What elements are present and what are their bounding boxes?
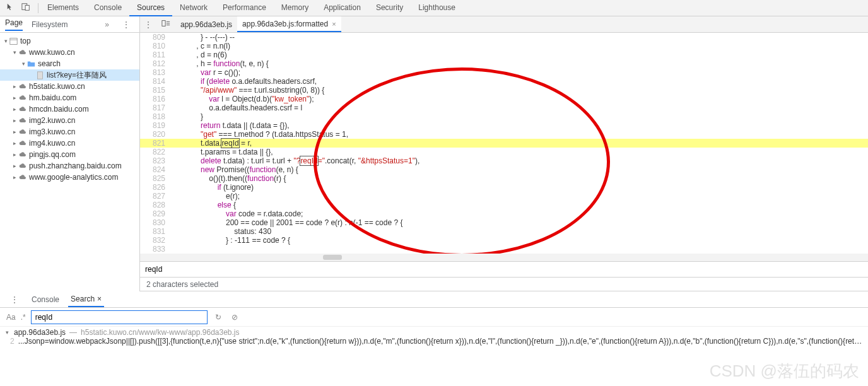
tree-item[interactable]: ▾top — [0, 35, 139, 47]
line-number[interactable]: 831 — [140, 227, 172, 236]
chevron-right-icon[interactable]: ▸ — [11, 151, 18, 158]
line-number[interactable]: 823 — [140, 156, 172, 165]
tab-console[interactable]: Console — [86, 0, 129, 16]
line-number[interactable]: 814 — [140, 77, 172, 86]
code-line[interactable]: } - --(---) -- — [172, 33, 868, 42]
line-number[interactable]: 815 — [140, 86, 172, 95]
tree-item[interactable]: ▸hm.baidu.com — [0, 92, 139, 103]
line-number[interactable]: 833 — [140, 245, 172, 254]
line-number[interactable]: 809 — [140, 33, 172, 42]
chevron-down-icon[interactable]: ▾ — [20, 61, 26, 67]
tree-item[interactable]: ▸hmcdn.baidu.com — [0, 103, 139, 115]
code-line[interactable]: delete t.data) : t.url = t.url + "?reqId… — [172, 156, 868, 165]
code-line[interactable]: 200 == code || 2001 == code ? e(r) : n(-… — [172, 218, 868, 227]
tab-network[interactable]: Network — [172, 0, 215, 16]
nav-history-icon[interactable] — [156, 19, 175, 30]
inspect-icon[interactable] — [6, 3, 15, 13]
search-result-line[interactable]: 2 ...Jsonp=window.webpackJsonp||[]).push… — [4, 337, 864, 346]
chevron-down-icon[interactable]: ▾ — [3, 38, 9, 44]
line-number[interactable]: 829 — [140, 209, 172, 218]
chevron-right-icon[interactable]: ▸ — [11, 95, 18, 101]
refresh-icon[interactable]: ↻ — [213, 312, 224, 323]
line-number[interactable]: 832 — [140, 236, 172, 245]
line-number[interactable]: 830 — [140, 218, 172, 227]
code-line[interactable]: t.data.reqId = r, — [172, 139, 868, 148]
tree-item[interactable]: ▸h5static.kuwo.cn — [0, 81, 139, 92]
code-line[interactable]: var code = r.data.code; — [172, 209, 868, 218]
tree-item[interactable]: ▸img4.kuwo.cn — [0, 137, 139, 149]
line-number[interactable]: 816 — [140, 95, 172, 103]
tree-item[interactable]: list?key=往事随风 — [0, 69, 139, 81]
line-number[interactable]: 817 — [140, 103, 172, 112]
search-result-file[interactable]: ▾ app.96da3eb.js — h5static.kuwo.cn/www/… — [4, 328, 864, 337]
line-number[interactable]: 828 — [140, 201, 172, 209]
code-line[interactable]: new Promise((function(e, n) { — [172, 165, 868, 174]
find-input[interactable] — [145, 265, 863, 274]
code-line[interactable]: if (delete o.a.defaults.headers.csrf, — [172, 77, 868, 86]
code-line[interactable]: status: 430 — [172, 227, 868, 236]
tab-application[interactable]: Application — [316, 0, 368, 16]
chevron-right-icon[interactable]: ▸ — [11, 163, 18, 169]
close-icon[interactable]: × — [97, 295, 102, 303]
chevron-right-icon[interactable]: ▸ — [11, 174, 18, 180]
line-number[interactable]: 826 — [140, 183, 172, 192]
line-number[interactable]: 818 — [140, 112, 172, 121]
tree-item[interactable]: ▾search — [0, 58, 139, 69]
line-number[interactable]: 812 — [140, 59, 172, 68]
code-line[interactable]: t.params = t.data || {}, — [172, 148, 868, 156]
tab-elements[interactable]: Elements — [40, 0, 86, 16]
tab-sources[interactable]: Sources — [129, 0, 172, 16]
tab-memory[interactable]: Memory — [274, 0, 316, 16]
tree-item[interactable]: ▸www.google-analytics.com — [0, 172, 139, 183]
filesystem-tab[interactable]: Filesystem — [32, 20, 67, 29]
chevron-right-icon[interactable]: ▸ — [11, 106, 18, 112]
close-icon[interactable]: × — [332, 20, 336, 28]
tree-item[interactable]: ▸img2.kuwo.cn — [0, 115, 139, 126]
chevron-down-icon[interactable]: ▾ — [11, 49, 18, 56]
tab-performance[interactable]: Performance — [215, 0, 274, 16]
file-tree[interactable]: ▾top▾www.kuwo.cn▾searchlist?key=往事随风▸h5s… — [0, 33, 139, 291]
code-line[interactable]: var r = c()(); — [172, 68, 868, 77]
tree-item[interactable]: ▸img3.kuwo.cn — [0, 126, 139, 137]
line-number[interactable]: 822 — [140, 148, 172, 156]
match-case-toggle[interactable]: Aa — [6, 313, 16, 322]
chevron-right-icon[interactable]: ▸ — [11, 117, 18, 124]
code-line[interactable]: var l = Object(d.b)("kw_token"); — [172, 95, 868, 103]
chevron-right-icon[interactable]: ▸ — [11, 129, 18, 135]
chevron-right-icon[interactable]: ▸ — [11, 83, 18, 90]
navigator-overflow-icon[interactable]: ⋮ — [118, 20, 134, 30]
drawer-overflow-icon[interactable]: ⋮ — [6, 295, 23, 305]
code-line[interactable]: if (t.ignore) — [172, 183, 868, 192]
line-number[interactable]: 810 — [140, 42, 172, 50]
code-line[interactable]: "/api/www" === t.url.substring(0, 8)) { — [172, 86, 868, 95]
code-editor[interactable]: 809 } - --(---) --810 , c = n.n(l)811 , … — [140, 33, 868, 254]
chevron-right-icon[interactable]: ▸ — [11, 140, 18, 146]
code-line[interactable]: "get" === t.method ? (t.data.httpsStatus… — [172, 130, 868, 139]
code-line[interactable] — [172, 245, 868, 254]
code-line[interactable]: e(r); — [172, 192, 868, 201]
tree-item[interactable]: ▾www.kuwo.cn — [0, 47, 139, 58]
file-tab[interactable]: app.96da3eb.js — [175, 16, 237, 32]
clear-icon[interactable]: ⊘ — [229, 312, 240, 323]
line-number[interactable]: 825 — [140, 174, 172, 183]
code-line[interactable]: } — [172, 112, 868, 121]
device-toggle-icon[interactable] — [21, 3, 30, 13]
code-line[interactable]: return t.data || (t.data = {}), — [172, 121, 868, 130]
tab-lighthouse[interactable]: Lighthouse — [411, 0, 463, 16]
code-line[interactable]: else { — [172, 201, 868, 209]
code-line[interactable]: , h = function(t, e, n) { — [172, 59, 868, 68]
line-number[interactable]: 811 — [140, 50, 172, 59]
tree-item[interactable]: ▸pingjs.qq.com — [0, 149, 139, 160]
code-line[interactable]: o()(t).then((function(r) { — [172, 174, 868, 183]
drawer-tab-console[interactable]: Console — [29, 293, 62, 307]
search-input[interactable] — [31, 310, 208, 324]
line-number[interactable]: 827 — [140, 192, 172, 201]
code-line[interactable]: } : -111 == code ? { — [172, 236, 868, 245]
drawer-tab-search[interactable]: Search× — [68, 292, 104, 307]
page-tab[interactable]: Page — [5, 18, 23, 31]
line-number[interactable]: 824 — [140, 165, 172, 174]
line-number[interactable]: 820 — [140, 130, 172, 139]
horizontal-scrollbar[interactable] — [140, 254, 868, 261]
navigator-more-icon[interactable]: » — [105, 20, 109, 29]
line-number[interactable]: 821 — [140, 139, 172, 148]
